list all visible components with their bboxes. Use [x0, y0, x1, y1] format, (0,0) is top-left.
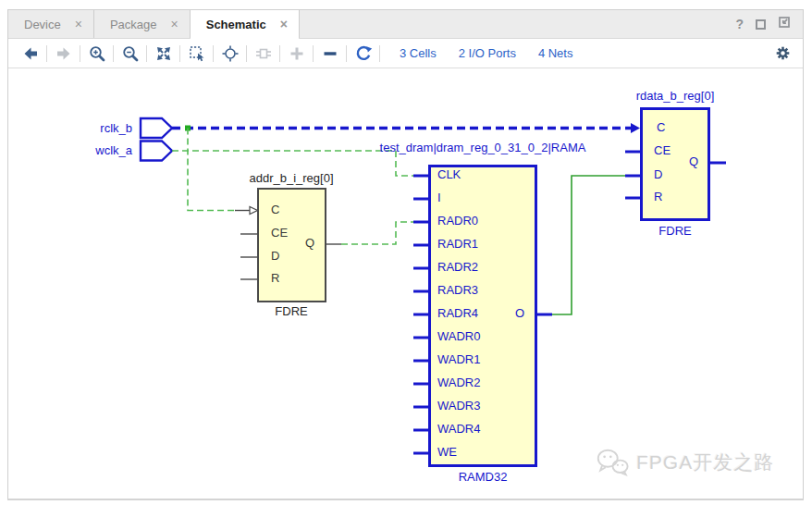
forward-button[interactable]: [52, 43, 75, 65]
ram-pin-o[interactable]: O: [515, 307, 524, 320]
ram-pin-clk[interactable]: CLK: [437, 168, 461, 181]
net-addr-q-to-radr0[interactable]: [341, 222, 413, 244]
cell-instance-label: rdata_b_reg[0]: [615, 89, 735, 103]
wechat-logo-icon: [595, 446, 630, 479]
net-ram-o-to-rdata-d[interactable]: [552, 176, 625, 314]
cell-instance-label: test_dram|dram_reg_0_31_0_2|RAMA: [358, 141, 608, 154]
watermark: FPGA开发之路: [595, 446, 774, 479]
tab-device-label: Device: [24, 18, 61, 31]
zoom-in-button[interactable]: [85, 43, 108, 65]
help-icon[interactable]: ?: [735, 17, 744, 31]
toolbar-separator: [379, 45, 380, 62]
tab-schematic[interactable]: Schematic ×: [191, 10, 300, 38]
toolbar-separator: [46, 45, 47, 62]
rdata-pin-d[interactable]: D: [654, 168, 662, 181]
ram-pin-wadr2[interactable]: WADR2: [437, 376, 480, 389]
settings-button[interactable]: [775, 45, 791, 61]
addr-pin-r[interactable]: R: [271, 272, 279, 285]
addr-pin-c[interactable]: C: [271, 203, 279, 216]
tab-package-label: Package: [110, 18, 157, 31]
schematic-canvas[interactable]: rclk_b wclk_a addr_b_i_reg[0] C CE D R Q…: [8, 68, 803, 499]
cell-type-label: FDRE: [254, 304, 328, 318]
cell-type-label: RAMD32: [427, 470, 538, 484]
port-shape-wclk-a[interactable]: [141, 142, 172, 161]
minus-icon: [321, 44, 339, 63]
ram-pin-radr2[interactable]: RADR2: [437, 261, 478, 274]
plus-icon: [288, 44, 306, 63]
schematic-toolbar: 3 Cells 2 I/O Ports 4 Nets: [8, 39, 803, 68]
net-rclk-b-arrowhead: [631, 123, 640, 133]
toolbar-separator: [346, 45, 347, 62]
maximize-icon[interactable]: [756, 19, 766, 30]
gear-icon: [775, 45, 791, 61]
close-icon[interactable]: ×: [171, 18, 178, 31]
zoom-area-icon: [188, 44, 206, 63]
ram-pin-wadr0[interactable]: WADR0: [437, 330, 480, 343]
forward-arrow-icon: [55, 44, 73, 63]
toolbar-separator: [146, 45, 147, 62]
nets-link[interactable]: 4 Nets: [538, 46, 573, 60]
vivado-schematic-window: Device × Package × Schematic × ?: [7, 9, 804, 500]
add-selection-button[interactable]: [285, 43, 308, 65]
watermark-text: FPGA开发之路: [636, 450, 774, 475]
remove-selection-button[interactable]: [318, 43, 341, 65]
addr-pin-q[interactable]: Q: [305, 237, 314, 250]
select-primitive-button[interactable]: [218, 43, 241, 65]
rdata-pin-r[interactable]: R: [654, 191, 662, 203]
zoom-out-button[interactable]: [118, 43, 141, 65]
tab-bar: Device × Package × Schematic × ?: [8, 10, 803, 39]
regenerate-button[interactable]: [351, 43, 375, 65]
cell-addr-b-i-reg[interactable]: [257, 188, 326, 302]
rdata-pin-ce[interactable]: CE: [654, 144, 671, 157]
rdata-pin-c[interactable]: C: [657, 121, 665, 134]
float-window-icon[interactable]: [778, 16, 791, 32]
ram-pin-i[interactable]: I: [437, 191, 441, 204]
ram-pin-radr3[interactable]: RADR3: [437, 284, 478, 297]
toolbar-separator: [213, 45, 214, 62]
tab-schematic-label: Schematic: [206, 18, 266, 31]
toolbar-separator: [246, 45, 247, 62]
cell-instance-label: addr_b_i_reg[0]: [236, 171, 347, 185]
toolbar-separator: [80, 45, 80, 62]
port-shape-rclk-b[interactable]: [141, 118, 172, 138]
ram-pin-radr4[interactable]: RADR4: [437, 307, 478, 320]
addr-pin-d[interactable]: D: [271, 250, 279, 263]
zoom-fit-button[interactable]: [152, 43, 175, 65]
refresh-icon: [354, 44, 373, 63]
zoom-fit-icon: [154, 44, 173, 63]
port-label-rclk-b[interactable]: rclk_b: [62, 121, 132, 135]
zoom-in-icon: [88, 44, 106, 63]
crosshair-icon: [221, 44, 240, 63]
ram-pin-radr0[interactable]: RADR0: [437, 215, 478, 228]
ram-pin-we[interactable]: WE: [437, 446, 457, 459]
back-button[interactable]: [18, 43, 42, 65]
net-branch-to-addr-c[interactable]: [188, 129, 235, 211]
toolbar-separator: [279, 45, 280, 62]
toolbar-separator: [313, 45, 314, 62]
close-icon[interactable]: ×: [75, 18, 82, 31]
window-controls: ?: [735, 10, 803, 38]
cells-link[interactable]: 3 Cells: [400, 46, 437, 60]
addr-pin-ce[interactable]: CE: [271, 227, 288, 240]
zoom-out-icon: [121, 44, 140, 63]
back-arrow-icon: [21, 44, 40, 63]
ram-pin-wadr3[interactable]: WADR3: [437, 400, 480, 413]
toolbar-separator: [179, 45, 180, 62]
io-ports-link[interactable]: 2 I/O Ports: [459, 46, 516, 60]
tab-package[interactable]: Package ×: [94, 10, 191, 38]
close-icon[interactable]: ×: [280, 18, 288, 31]
cell-rdata-b-reg[interactable]: [640, 107, 710, 221]
rdata-pin-q[interactable]: Q: [689, 155, 698, 168]
ram-pin-radr1[interactable]: RADR1: [437, 238, 478, 251]
cell-type-label: FDRE: [638, 224, 712, 238]
ram-pin-wadr4[interactable]: WADR4: [437, 423, 480, 436]
expand-cone-button[interactable]: [252, 43, 275, 65]
tab-device[interactable]: Device ×: [8, 10, 94, 38]
port-label-wclk-a[interactable]: wclk_a: [62, 143, 132, 157]
zoom-to-area-button[interactable]: [185, 43, 208, 65]
toolbar-separator: [113, 45, 114, 62]
ram-pin-wadr1[interactable]: WADR1: [437, 353, 480, 366]
chip-icon: [254, 44, 273, 63]
